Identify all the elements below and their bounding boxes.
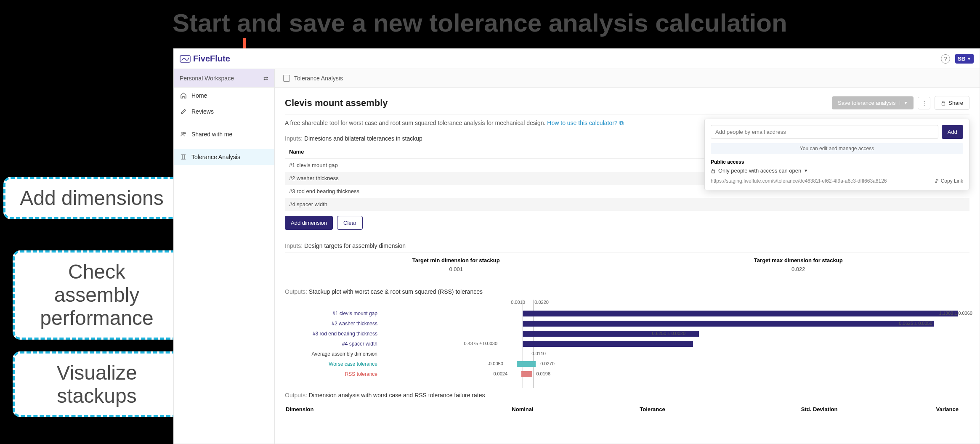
- col-stddev: Std. Deviation: [676, 403, 848, 416]
- col-variance: Variance: [848, 403, 969, 416]
- plot-value: -0.0050: [487, 361, 503, 366]
- sidebar-item-home[interactable]: Home: [174, 88, 274, 104]
- logo-icon: [180, 55, 191, 63]
- plot-row-label: Average assembly dimension: [285, 351, 382, 357]
- access-selector[interactable]: Only people with access can open ▼: [711, 167, 963, 174]
- col-dimension: Dimension: [286, 403, 426, 416]
- annotation-visualize-stackups: Visualize stackups: [13, 351, 181, 417]
- plot-row-label: #4 spacer width: [285, 341, 382, 347]
- plot-value: 1.1360 ± 0.0060: [939, 311, 972, 316]
- svg-point-2: [184, 133, 186, 134]
- clear-button[interactable]: Clear: [337, 216, 363, 230]
- workspace-label: Personal Workspace: [180, 75, 234, 82]
- lock-icon: [711, 168, 716, 173]
- user-menu[interactable]: SB ▼: [955, 54, 974, 64]
- plot-value: 0.0196: [536, 371, 550, 376]
- topbar: FiveFlute ? SB ▼: [174, 49, 980, 69]
- chevron-down-icon: ▼: [967, 56, 971, 61]
- logo-text: FiveFlute: [193, 54, 230, 64]
- stackup-plot: 0.0010 0.0220 #1 clevis mount gap 1.1360…: [285, 298, 969, 379]
- help-icon[interactable]: ?: [941, 54, 950, 64]
- pencil-icon: [180, 108, 187, 115]
- outputs-analysis-label: Outputs: Dimension analysis with worst c…: [285, 392, 969, 399]
- dim-name: #4 spacer width: [285, 198, 969, 211]
- share-add-button[interactable]: Add: [942, 125, 963, 139]
- plot-value: 0.0270: [540, 361, 555, 366]
- share-panel: Add You can edit and manage access Publi…: [704, 119, 969, 190]
- plot-row-label: #3 rod end bearing thickness: [285, 331, 382, 337]
- inputs-targets-label: Inputs: Design targets for assembly dime…: [285, 242, 969, 249]
- svg-rect-3: [942, 103, 945, 105]
- plot-value: 0.0024: [493, 371, 507, 376]
- kebab-icon: ⋮: [922, 100, 927, 106]
- copy-link-label: Copy Link: [941, 178, 963, 184]
- plot-row-label: #1 clevis mount gap: [285, 311, 382, 316]
- share-button[interactable]: Share: [935, 96, 969, 110]
- chevron-down-icon: ▼: [804, 168, 808, 173]
- share-button-label: Share: [948, 100, 963, 106]
- app-window: FiveFlute ? SB ▼ Personal Workspace ⇄ Ho…: [173, 48, 980, 444]
- plot-row-label: Worse case tolerance: [285, 361, 382, 367]
- save-button[interactable]: Save tolerance analysis ▼: [832, 96, 914, 109]
- main-content: Tolerance Analysis Clevis mount assembly…: [275, 69, 980, 444]
- tolerance-icon: [180, 153, 187, 161]
- plot-value: 0.4375 ± 0.0030: [464, 341, 497, 346]
- annotation-add-dimensions: Add dimensions: [3, 177, 180, 219]
- panel-icon: [283, 75, 290, 82]
- col-nominal: Nominal: [427, 403, 543, 416]
- table-row[interactable]: #4 spacer width: [285, 198, 969, 211]
- breadcrumb: Tolerance Analysis: [275, 69, 980, 88]
- svg-rect-4: [712, 170, 715, 173]
- share-url: https://staging.fiveflute.com/s/toleranc…: [711, 178, 887, 184]
- page-title: Clevis mount assembly: [285, 98, 388, 109]
- howto-link[interactable]: How to use this calculator?⧉: [547, 120, 623, 126]
- sidebar-item-label: Shared with me: [191, 131, 232, 138]
- targets-row: Target min dimension for stackup 0.001 T…: [285, 253, 969, 277]
- sidebar-item-shared[interactable]: Shared with me: [174, 126, 274, 142]
- share-access-message: You can edit and manage access: [711, 143, 963, 154]
- svg-point-1: [182, 132, 183, 134]
- home-icon: [180, 92, 187, 99]
- share-email-input[interactable]: [711, 125, 938, 139]
- plot-value: 0.0625 ± 0.0050: [899, 321, 932, 326]
- plot-row-label: RSS tolerance: [285, 371, 382, 377]
- external-link-icon: ⧉: [619, 120, 624, 127]
- annotation-title: Start and save a new tolerance analysis …: [173, 8, 787, 37]
- sidebar-item-reviews[interactable]: Reviews: [174, 104, 274, 120]
- chevron-down-icon: ▼: [900, 101, 908, 105]
- sidebar-item-label: Home: [191, 92, 207, 99]
- sidebar-item-label: Tolerance Analysis: [191, 154, 240, 160]
- subtitle-text: A free shareable tool for worst case and…: [285, 120, 545, 126]
- analysis-table: Dimension Nominal Tolerance Std. Deviati…: [285, 402, 969, 417]
- access-text: Only people with access can open: [718, 167, 801, 174]
- target-max-value[interactable]: 0.022: [627, 266, 970, 272]
- swap-icon: ⇄: [263, 75, 268, 82]
- workspace-selector[interactable]: Personal Workspace ⇄: [174, 69, 274, 88]
- plot-value: 0.6250 ± 0.0020: [652, 331, 685, 336]
- tick-label: 0.0220: [534, 300, 549, 305]
- user-initials: SB: [958, 56, 965, 62]
- copy-link-button[interactable]: Copy Link: [934, 178, 963, 184]
- sidebar-item-label: Reviews: [191, 108, 214, 115]
- people-icon: [180, 130, 187, 138]
- annotation-check-performance: Check assembly performance: [13, 250, 181, 340]
- sidebar-item-tolerance[interactable]: Tolerance Analysis: [174, 149, 274, 165]
- lock-icon: [941, 101, 946, 106]
- target-min-label: Target min dimension for stackup: [285, 257, 627, 263]
- add-dimension-button[interactable]: Add dimension: [285, 216, 333, 230]
- plot-value: 0.0110: [531, 351, 546, 356]
- link-icon: [934, 178, 939, 183]
- outputs-stackup-label: Outputs: Stackup plot with worst case & …: [285, 288, 969, 295]
- col-tolerance: Tolerance: [544, 403, 675, 416]
- breadcrumb-label: Tolerance Analysis: [294, 75, 343, 82]
- plot-row-label: #2 washer thickness: [285, 321, 382, 327]
- target-min-value[interactable]: 0.001: [285, 266, 627, 272]
- sidebar: Personal Workspace ⇄ Home Reviews Shared…: [174, 69, 275, 444]
- public-access-label: Public access: [711, 159, 963, 165]
- app-logo[interactable]: FiveFlute: [180, 54, 230, 64]
- target-max-label: Target max dimension for stackup: [627, 257, 970, 263]
- more-button[interactable]: ⋮: [918, 97, 930, 109]
- save-button-label: Save tolerance analysis: [838, 100, 895, 106]
